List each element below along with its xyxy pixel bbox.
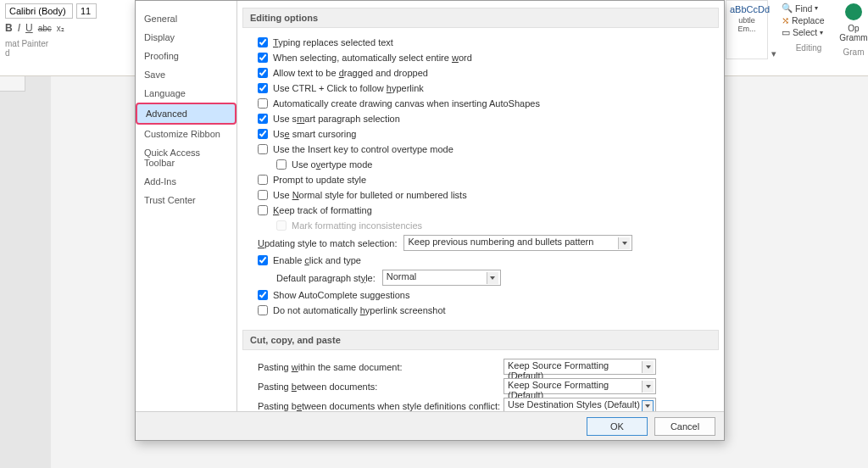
lbl-paste-within: Pasting within the same document:	[258, 362, 504, 372]
dialog-button-bar: OK Cancel	[136, 411, 724, 440]
row-paste-conflict: Pasting between documents when style def…	[242, 396, 719, 411]
opt-prompt-update[interactable]: Prompt to update style	[242, 172, 719, 187]
font-name-input[interactable]	[5, 3, 73, 19]
chk-typing-replaces[interactable]	[258, 37, 268, 47]
select-paste-conflict-value: Use Destination Styles (Default)	[508, 399, 640, 410]
find-label: Find	[795, 3, 812, 14]
nav-general[interactable]: General	[136, 9, 236, 28]
document-area-fragment	[0, 76, 51, 468]
chk-no-auto-hyperlink[interactable]	[258, 305, 268, 315]
style-preview-cell[interactable]: aBbCcDd ubtle Em...	[726, 0, 768, 59]
opt-typing-replaces[interactable]: Typing replaces selected text	[242, 35, 719, 50]
dialog-body: General Display Proofing Save Language A…	[136, 1, 724, 411]
nav-advanced[interactable]: Advanced	[136, 103, 236, 125]
chk-auto-canvas[interactable]	[258, 98, 268, 109]
nav-add-ins[interactable]: Add-Ins	[136, 172, 236, 191]
caret-icon	[642, 400, 654, 411]
nav-customize-ribbon[interactable]: Customize Ribbon	[136, 125, 236, 143]
italic-button[interactable]: I	[18, 22, 20, 34]
opt-auto-canvas[interactable]: Automatically create drawing canvas when…	[242, 96, 719, 111]
lbl-ctrl-click: Use CTRL + Click to follow hyperlink	[273, 81, 424, 95]
nav-trust-center[interactable]: Trust Center	[136, 191, 236, 209]
opt-overtype[interactable]: Use overtype mode	[242, 157, 719, 172]
lbl-smart-para: Use smart paragraph selection	[273, 112, 400, 125]
row-default-para: Default paragraph style: Normal	[242, 268, 719, 287]
replace-label: Replace	[792, 15, 825, 25]
lbl-paste-between: Pasting between documents:	[258, 382, 504, 392]
editing-group-label: Editing	[782, 43, 836, 53]
find-button[interactable]: 🔍Find▾	[782, 2, 836, 14]
lbl-default-para: Default paragraph style:	[276, 273, 376, 283]
font-size-input[interactable]	[76, 3, 97, 19]
strike-button[interactable]: abc	[38, 24, 52, 33]
nav-language[interactable]: Language	[136, 84, 236, 103]
content-inner: Editing options Typing replaces selected…	[242, 8, 719, 411]
opt-ctrl-click[interactable]: Use CTRL + Click to follow hyperlink	[242, 81, 719, 96]
chk-prompt-update[interactable]	[258, 175, 268, 185]
nav-quick-access[interactable]: Quick Access Toolbar	[136, 143, 236, 172]
style-sample-text: aBbCcDd	[730, 4, 764, 14]
ruler-corner	[0, 76, 25, 92]
lbl-normal-bulleted: Use Normal style for bulleted or numbere…	[273, 188, 467, 202]
opt-no-auto-hyperlink[interactable]: Do not automatically hyperlink screensho…	[242, 303, 719, 318]
underline-button[interactable]: U	[25, 22, 33, 34]
select-paste-conflict[interactable]: Use Destination Styles (Default)	[504, 398, 656, 411]
opt-smart-para[interactable]: Use smart paragraph selection	[242, 111, 719, 126]
opt-autocomplete[interactable]: Show AutoComplete suggestions	[242, 287, 719, 303]
replace-button[interactable]: ⤭Replace	[782, 14, 836, 26]
chk-autocomplete[interactable]	[258, 290, 268, 300]
ok-button[interactable]: OK	[587, 417, 648, 436]
row-updating-style: Updating style to match selection: Keep …	[242, 233, 719, 253]
lbl-click-type: Enable click and type	[273, 254, 361, 267]
bold-button[interactable]: B	[5, 22, 13, 34]
cancel-button[interactable]: Cancel	[654, 417, 715, 436]
lbl-paste-conflict: Pasting between documents when style def…	[258, 401, 504, 411]
styles-more-button[interactable]: ▾	[768, 0, 780, 59]
grammar-label: Gramm	[839, 33, 868, 42]
grammar-group: Op Gramm Gram	[839, 0, 868, 59]
select-updating-style[interactable]: Keep previous numbering and bullets patt…	[403, 235, 632, 251]
chk-drag-drop[interactable]	[258, 68, 268, 78]
opt-insert-overtype[interactable]: Use the Insert key to control overtype m…	[242, 142, 719, 157]
nav-save[interactable]: Save	[136, 65, 236, 84]
select-icon: ▭	[782, 27, 790, 37]
chk-normal-bulleted[interactable]	[258, 190, 268, 200]
chk-overtype[interactable]	[276, 159, 287, 170]
format-painter-fragment: mat Painter	[5, 39, 124, 48]
nav-proofing[interactable]: Proofing	[136, 47, 236, 65]
chk-smart-cursor[interactable]	[258, 129, 268, 139]
select-default-para-value: Normal	[387, 271, 416, 281]
chk-mark-inconsist	[276, 220, 287, 231]
opt-click-type[interactable]: Enable click and type	[242, 253, 719, 268]
lbl-insert-overtype: Use the Insert key to control overtype m…	[273, 142, 453, 156]
nav-display[interactable]: Display	[136, 28, 236, 47]
ccp-header: Cut, copy, and paste	[242, 330, 719, 350]
replace-icon: ⤭	[782, 15, 789, 25]
opt-drag-drop[interactable]: Allow text to be dragged and dropped	[242, 65, 719, 81]
caret-icon	[642, 361, 654, 373]
grammar-icon[interactable]	[845, 3, 862, 20]
select-paste-between[interactable]: Keep Source Formatting (Default)	[504, 378, 656, 394]
opt-smart-cursor[interactable]: Use smart cursoring	[242, 126, 719, 142]
editing-group: 🔍Find▾ ⤭Replace ▭Select▾ Editing	[780, 0, 837, 54]
opt-keep-track[interactable]: Keep track of formatting	[242, 203, 719, 218]
options-content-pane[interactable]: Editing options Typing replaces selected…	[237, 1, 724, 411]
chk-click-type[interactable]	[258, 255, 268, 265]
lbl-auto-canvas: Automatically create drawing canvas when…	[273, 97, 540, 110]
chk-insert-overtype[interactable]	[258, 144, 268, 154]
select-paste-within[interactable]: Keep Source Formatting (Default)	[504, 359, 656, 375]
chk-keep-track[interactable]	[258, 205, 268, 215]
subscript-button[interactable]: x₂	[57, 24, 64, 33]
chk-smart-para[interactable]	[258, 114, 268, 124]
opt-auto-select-word[interactable]: When selecting, automatically select ent…	[242, 50, 719, 65]
chk-ctrl-click[interactable]	[258, 83, 268, 93]
select-default-para[interactable]: Normal	[382, 270, 501, 286]
lbl-smart-cursor: Use smart cursoring	[273, 127, 356, 141]
opt-normal-bulleted[interactable]: Use Normal style for bulleted or numbere…	[242, 187, 719, 203]
editing-options-header: Editing options	[242, 8, 719, 28]
gram-short-label: Gram	[839, 47, 868, 57]
find-icon: 🔍	[782, 3, 793, 14]
select-button[interactable]: ▭Select▾	[782, 26, 836, 38]
caret-icon	[487, 272, 498, 284]
chk-auto-select-word[interactable]	[258, 53, 268, 63]
